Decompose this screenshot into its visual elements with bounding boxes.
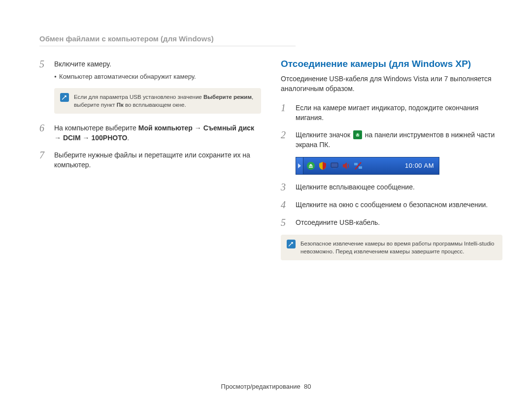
system-tray — [303, 161, 366, 170]
step-body: Щелкните всплывающее сообщение. — [296, 182, 502, 192]
safe-remove-icon — [353, 130, 362, 139]
step-text: Включите камеру. — [54, 60, 111, 68]
shield-icon — [318, 161, 327, 170]
step-number: 6 — [39, 123, 48, 143]
tray-expand-arrow-icon — [296, 157, 303, 174]
step-body: Выберите нужные файлы и перетащите или с… — [54, 150, 261, 170]
step-number: 5 — [281, 217, 290, 228]
step-number: 2 — [281, 129, 290, 150]
bullet-item: Компьютер автоматически обнаружит камеру… — [54, 72, 261, 81]
note-icon — [287, 240, 296, 248]
note-text: Безопасное извлечение камеры во время ра… — [300, 240, 497, 255]
note-usb-mode: Если для параметра USB установлено значе… — [54, 88, 261, 114]
page-number: 80 — [304, 383, 311, 390]
right-intro: Отсоединение USB-кабеля для Windows Vist… — [281, 74, 502, 93]
note-icon — [60, 93, 69, 102]
step-body: Отсоедините USB-кабель. — [296, 217, 502, 228]
step-number: 4 — [281, 199, 290, 210]
step-number: 7 — [39, 150, 48, 170]
svg-rect-3 — [309, 166, 313, 167]
step-body: Щелкните значок на панели инструментов в… — [296, 129, 502, 150]
step-r1: 1 Если на камере мигает индикатор, подож… — [281, 102, 502, 123]
note-text: Если для параметра USB установлено значе… — [74, 93, 255, 109]
svg-rect-6 — [354, 163, 358, 165]
taskbar-clock: 10:00 AM — [400, 162, 439, 169]
note-intelli-studio: Безопасное извлечение камеры во время ра… — [281, 235, 502, 260]
monitor-icon — [330, 161, 339, 170]
right-column: Отсоединение камеры (для Windows XP) Отс… — [281, 59, 502, 269]
section-header: Обмен файлами с компьютером (для Windows… — [39, 34, 296, 46]
step-r3: 3 Щелкните всплывающее сообщение. — [281, 182, 502, 192]
footer-section: Просмотр/редактирование — [221, 383, 300, 390]
svg-rect-4 — [331, 163, 338, 167]
step-5: 5 Включите камеру. Компьютер автоматичес… — [39, 59, 261, 81]
step-bullets: Компьютер автоматически обнаружит камеру… — [54, 72, 261, 81]
step-6: 6 На компьютере выберите Мой компьютер →… — [39, 123, 261, 143]
step-r4: 4 Щелкните на окно с сообщением о безопа… — [281, 199, 502, 210]
svg-rect-7 — [359, 166, 362, 169]
step-r2: 2 Щелкните значок на панели инструментов… — [281, 129, 502, 150]
network-icon — [354, 161, 363, 170]
page-footer: Просмотр/редактирование 80 — [0, 383, 532, 390]
content-columns: 5 Включите камеру. Компьютер автоматичес… — [39, 59, 502, 269]
step-body: На компьютере выберите Мой компьютер → С… — [54, 123, 261, 143]
right-heading: Отсоединение камеры (для Windows XP) — [281, 59, 502, 69]
safe-remove-icon — [306, 161, 315, 170]
left-column: 5 Включите камеру. Компьютер автоматичес… — [39, 59, 261, 269]
step-body: Включите камеру. Компьютер автоматически… — [54, 59, 261, 81]
step-number: 3 — [281, 182, 290, 192]
step-r5: 5 Отсоедините USB-кабель. — [281, 217, 502, 228]
step-number: 1 — [281, 102, 290, 123]
step-body: Щелкните на окно с сообщением о безопасн… — [296, 199, 502, 210]
svg-rect-5 — [333, 168, 336, 169]
step-7: 7 Выберите нужные файлы и перетащите или… — [39, 150, 261, 170]
step-body: Если на камере мигает индикатор, подожди… — [296, 102, 502, 123]
step-number: 5 — [39, 59, 48, 81]
volume-icon — [342, 161, 351, 170]
svg-rect-1 — [356, 136, 359, 137]
xp-taskbar-image: 10:00 AM — [296, 157, 439, 175]
manual-page: Обмен файлами с компьютером (для Windows… — [0, 0, 532, 401]
